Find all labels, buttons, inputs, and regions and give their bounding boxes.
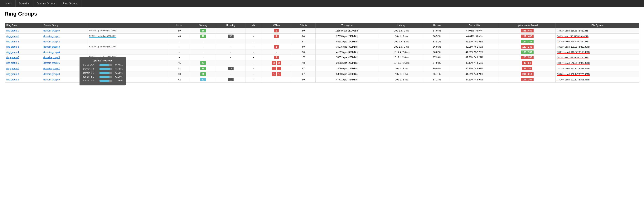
- hosts-cell: 42: [169, 77, 190, 82]
- domain-group-link[interactable]: domain-group-1: [44, 35, 60, 38]
- col-hitrate: Hit rate: [424, 23, 450, 28]
- filesystem-text: 73.57% used, 242.76TB/329.99TB: [557, 62, 590, 64]
- col-filesystem: File System: [556, 23, 640, 28]
- hosts-cell: -: [169, 39, 190, 44]
- hitrate-cell: 86.02%: [424, 50, 450, 55]
- updating-badge: 12: [228, 67, 234, 70]
- ring-group-cell: ring-group-1: [5, 34, 42, 39]
- idle-cell: -: [246, 50, 262, 55]
- filesystem-cell: 74.2% used, 245.91TB/331.42TB: [556, 34, 640, 39]
- popup-row: domain-5-4 76%: [82, 79, 122, 82]
- ring-group-cell: ring-group-7: [5, 66, 42, 72]
- offline-badge: 1: [274, 45, 279, 48]
- updating-cell: -: [216, 72, 245, 77]
- ring-group-link[interactable]: ring-group-2: [6, 40, 19, 43]
- cache-hits-cell: 46.23% / 48.61%: [450, 66, 498, 72]
- domain-group-link[interactable]: domain-group-6: [44, 62, 60, 64]
- hitrate-cell: 87.81%: [424, 39, 450, 44]
- domain-group-link[interactable]: domain-group-3: [44, 46, 60, 48]
- domain-group-link[interactable]: domain-group-9: [44, 78, 60, 81]
- ring-group-link[interactable]: ring-group-0: [6, 29, 19, 32]
- idle-cell: -: [246, 77, 262, 82]
- offline2-badge: 2: [277, 61, 281, 65]
- col-hosts: Hosts: [169, 23, 190, 28]
- domain-group-cell: domain-group-4: [42, 50, 88, 55]
- domain-group-link[interactable]: domain-group-5: [44, 56, 60, 59]
- offline-cell: -: [262, 77, 291, 82]
- nav-item-domains[interactable]: Domains: [16, 0, 33, 7]
- offline-cell: -: [262, 39, 291, 44]
- ring-group-link[interactable]: ring-group-4: [6, 51, 19, 54]
- popup-bar-container: [100, 64, 112, 66]
- uptodate-served-cell: 165 / 267: [499, 55, 556, 60]
- popup-bar-container: [100, 76, 112, 78]
- uptodate-served-cell: 120 / 240: [499, 44, 556, 50]
- uptodate-served-badge: 111 / 402: [521, 34, 534, 38]
- cache-hits-cell: 42.05% / 51.59%: [450, 44, 498, 50]
- hitrate-cell: 87.99%: [424, 55, 450, 60]
- cache-hits-cell: 44.64% / 48.4%: [450, 34, 498, 39]
- ring-group-cell: ring-group-6: [5, 60, 42, 66]
- filesystem-text: 74.2% used, 241.72TB/325.76TB: [557, 56, 588, 59]
- updating-cell: -: [216, 60, 245, 66]
- ring-group-link[interactable]: ring-group-9: [6, 78, 19, 81]
- updating-cell: -: [216, 55, 245, 60]
- popup-domain-label: domain-5-3: [82, 76, 98, 78]
- domain-group-link[interactable]: domain-group-2: [44, 40, 60, 43]
- filesystem-cell: 73.61% used, 316.38TB/429.8TB: [556, 28, 640, 34]
- serving-cell: 41: [190, 60, 216, 66]
- ring-group-cell: ring-group-9: [5, 77, 42, 82]
- serving-cell: 10: [190, 34, 216, 39]
- popup-bar-fill: [100, 64, 109, 66]
- ring-group-link[interactable]: ring-group-6: [6, 62, 19, 64]
- serving-cell: 32: [190, 77, 216, 82]
- uptodate-served-cell: 111 / 402: [499, 34, 556, 39]
- uptodate-served-cell: 180 / 180: [499, 50, 556, 55]
- offline-cell: 1 1: [262, 66, 291, 72]
- ring-group-cell: ring-group-3: [5, 44, 42, 50]
- latency-cell: 10 / 2.4 / 16 ms: [379, 50, 424, 55]
- filesystem-text: 74.23% used, 171.81TB/231.44TB: [557, 68, 590, 70]
- offline-badge: 1: [274, 56, 279, 59]
- page-content: Ring Groups Ring Group Domain Group Host…: [0, 7, 644, 86]
- throughput-cell: 58980 qps (495MB/s): [316, 72, 379, 77]
- hitrate-cell: 86.71%: [424, 72, 450, 77]
- uptodate-text: 62.92% up-to-date (151/240): [89, 46, 116, 48]
- ring-group-link[interactable]: ring-group-3: [6, 46, 19, 48]
- clients-cell: 48: [291, 60, 316, 66]
- domain-group-link[interactable]: domain-group-8: [44, 73, 60, 76]
- idle-cell: -: [246, 66, 262, 72]
- clients-cell: 100: [291, 55, 316, 60]
- clients-cell: 50: [291, 28, 316, 34]
- filesystem-cell: 73.81% used, 118.37TB/160.37TB: [556, 50, 640, 55]
- popup-row: domain-5-3 77.08%: [82, 76, 122, 78]
- domain-group-link[interactable]: domain-group-0: [44, 29, 60, 32]
- domain-group-cell: domain-group-3: [42, 44, 88, 50]
- ring-group-cell: ring-group-5: [5, 55, 42, 60]
- updating-cell: 33: [216, 34, 245, 39]
- nav-item-domain-groups[interactable]: Domain Groups: [33, 0, 59, 7]
- uptodate-served-cell: 204 / 218: [499, 72, 556, 77]
- cache-hits-cell: 42.57% / 51.53%: [450, 39, 498, 44]
- uptodate-served-badge: 165 / 267: [521, 56, 534, 59]
- nav-item-ring-groups[interactable]: Ring Groups: [59, 0, 82, 7]
- cache-hits-cell: 41.06% / 52.26%: [450, 50, 498, 55]
- filesystem-cell: 73.68% used, 162.14TB/220.05TB: [556, 72, 640, 77]
- table-row: ring-group-1 domain-group-1 52.99% up-to…: [5, 34, 640, 39]
- uptodate-served-badge: 180 / 180: [521, 50, 534, 54]
- col-domain-group: Domain Group: [42, 23, 88, 28]
- popup-domain-label: domain-5-0: [82, 64, 98, 66]
- domain-group-link[interactable]: domain-group-7: [44, 67, 60, 70]
- filesystem-text: 73.81% used, 118.37TB/160.37TB: [557, 51, 590, 54]
- col-offline: Offline: [262, 23, 291, 28]
- ring-group-link[interactable]: ring-group-1: [6, 35, 19, 38]
- nav-item-hank[interactable]: Hank: [2, 0, 16, 7]
- ring-group-link[interactable]: ring-group-8: [6, 73, 19, 76]
- serving-cell: -: [190, 50, 216, 55]
- domain-group-link[interactable]: domain-group-4: [44, 51, 60, 54]
- filesystem-text: 73.61% used, 316.38TB/429.8TB: [557, 30, 588, 32]
- offline-badge: 1: [272, 67, 276, 70]
- ring-group-link[interactable]: ring-group-7: [6, 67, 19, 70]
- hitrate-cell: 89.94%: [424, 66, 450, 72]
- ring-group-link[interactable]: ring-group-5: [6, 56, 19, 59]
